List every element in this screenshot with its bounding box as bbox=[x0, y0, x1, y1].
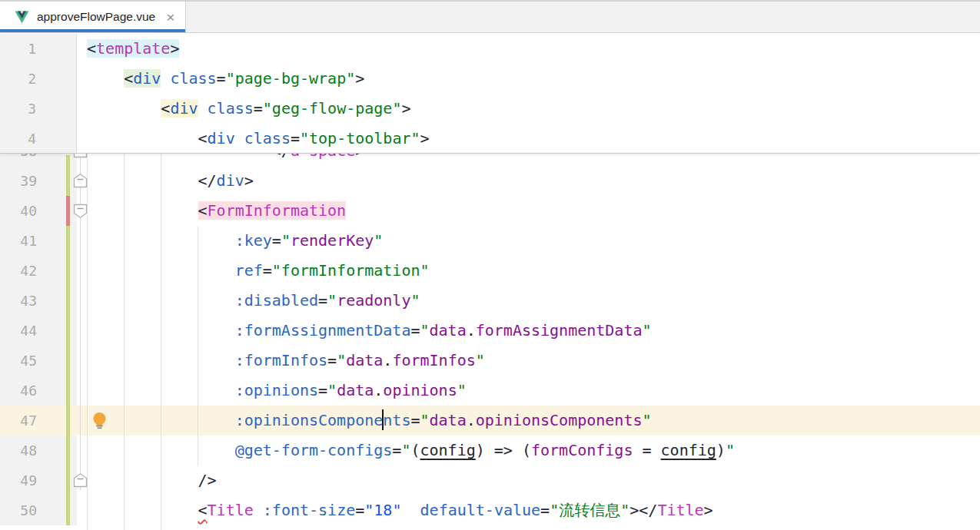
code-token: . bbox=[467, 321, 476, 340]
vcs-change-strip[interactable] bbox=[66, 155, 70, 525]
code-token: @get-form-configs bbox=[235, 441, 393, 459]
code-token: . bbox=[467, 411, 476, 429]
code-token: :key bbox=[235, 231, 272, 250]
code-token: div bbox=[217, 171, 244, 190]
code-token: ref bbox=[235, 261, 263, 280]
code-text[interactable]: :key="renderKey" bbox=[77, 226, 980, 256]
code-text[interactable]: <div class="geg-flow-page"> bbox=[77, 94, 980, 124]
line-number[interactable]: 50 bbox=[20, 502, 37, 518]
code-text[interactable]: :formInfos="data.formInfos" bbox=[77, 346, 980, 376]
line-number[interactable]: 44 bbox=[20, 323, 37, 339]
code-token: data bbox=[430, 321, 467, 340]
code-line-1: 1<template> bbox=[0, 34, 980, 64]
code-token: = bbox=[355, 501, 364, 519]
code-token: " bbox=[643, 411, 652, 429]
code-token: " bbox=[457, 381, 467, 399]
code-text[interactable]: <div class="top-toolbar"> bbox=[77, 124, 980, 154]
editor-tab-bar: approveFlowPage.vue × bbox=[0, 0, 980, 33]
line-number[interactable]: 1 bbox=[28, 41, 36, 57]
line-number[interactable]: 40 bbox=[20, 203, 37, 219]
gutter-cell: 41 bbox=[0, 226, 77, 256]
code-token: formInfos bbox=[392, 351, 475, 369]
gutter-cell: 1 bbox=[0, 34, 77, 64]
code-text[interactable]: <FormInformation bbox=[77, 196, 980, 226]
code-token: class bbox=[170, 69, 216, 88]
code-token: > bbox=[704, 501, 713, 519]
code-token bbox=[161, 69, 170, 88]
code-token: . bbox=[374, 381, 383, 399]
code-token: div bbox=[208, 129, 235, 147]
code-token: opinionsComponents bbox=[476, 411, 643, 429]
code-token: nts bbox=[383, 411, 410, 429]
code-token: = bbox=[318, 291, 327, 310]
fold-marker-end-icon[interactable] bbox=[72, 472, 88, 492]
line-number[interactable]: 41 bbox=[20, 233, 37, 249]
code-text[interactable]: <div class="page-bg-wrap"> bbox=[77, 64, 980, 94]
code-token: " bbox=[420, 411, 429, 429]
code-token: < bbox=[87, 39, 96, 58]
code-token: " bbox=[281, 231, 291, 250]
line-number[interactable]: 2 bbox=[28, 71, 36, 87]
line-number[interactable]: 49 bbox=[20, 472, 37, 489]
code-token: = bbox=[327, 351, 337, 369]
code-token: FormInformation bbox=[208, 201, 347, 220]
code-token: default-value bbox=[420, 501, 541, 519]
code-text[interactable]: ref="formInformation" bbox=[77, 256, 980, 286]
code-text[interactable]: /> bbox=[77, 465, 980, 495]
code-token: > bbox=[355, 69, 364, 88]
code-text[interactable]: @get-form-configs="(config) => (formConf… bbox=[77, 436, 980, 465]
intention-bulb-icon[interactable] bbox=[92, 412, 107, 432]
code-token: data bbox=[337, 381, 374, 399]
code-token: < bbox=[161, 99, 170, 118]
code-token: </ bbox=[198, 171, 217, 190]
code-token: " bbox=[401, 441, 410, 459]
code-text[interactable]: :disabled="readonly" bbox=[77, 286, 980, 316]
code-token: class bbox=[244, 129, 291, 147]
line-number[interactable]: 42 bbox=[20, 263, 37, 279]
code-line-47: 47 :opinionsComponents="data.opinionsCom… bbox=[0, 406, 980, 436]
code-token bbox=[198, 99, 208, 118]
fold-marker-end-icon[interactable] bbox=[72, 173, 88, 192]
editor-tab-approveflowpage[interactable]: approveFlowPage.vue × bbox=[0, 2, 186, 32]
code-token: " bbox=[410, 291, 420, 310]
sticky-lines-panel: 1<template>2 <div class="page-bg-wrap">3… bbox=[0, 33, 980, 154]
line-number[interactable]: 39 bbox=[20, 173, 37, 189]
code-text[interactable]: <Title :font-size="18" default-value="流转… bbox=[77, 495, 980, 525]
editor-area[interactable]: 38 </a-space>39 </div>40 <FormInformatio… bbox=[0, 33, 980, 530]
fold-marker-start-icon[interactable] bbox=[72, 203, 88, 222]
code-text[interactable]: :opinions="data.opinions" bbox=[77, 376, 980, 406]
code-token: renderKey bbox=[291, 231, 374, 250]
code-line-46: 46 :opinions="data.opinions" bbox=[0, 376, 980, 406]
code-line-2: 2 <div class="page-bg-wrap"> bbox=[0, 64, 980, 94]
code-text[interactable]: <template> bbox=[77, 34, 980, 64]
code-text[interactable]: </div> bbox=[77, 166, 980, 196]
line-number[interactable]: 47 bbox=[20, 412, 37, 429]
gutter-cell: 47 bbox=[0, 406, 77, 436]
line-number[interactable]: 46 bbox=[20, 383, 37, 399]
code-text[interactable]: :opinionsComponents="data.opinionsCompon… bbox=[77, 406, 980, 436]
code-text[interactable]: :formAssignmentData="data.formAssignment… bbox=[77, 316, 980, 346]
vcs-changed-segment[interactable] bbox=[66, 196, 70, 226]
code-token: ( bbox=[410, 441, 420, 459]
code-token: config bbox=[420, 441, 476, 459]
line-number[interactable]: 45 bbox=[20, 353, 37, 369]
code-token: :formInfos bbox=[235, 351, 327, 369]
code-token: div bbox=[170, 99, 198, 118]
code-token: = bbox=[633, 441, 660, 459]
gutter-cell: 3 bbox=[0, 94, 77, 124]
code-token bbox=[87, 501, 198, 519]
code-line-39: 39 </div> bbox=[0, 166, 980, 196]
code-token: " bbox=[643, 321, 652, 340]
line-number[interactable]: 3 bbox=[28, 101, 36, 117]
line-number[interactable]: 48 bbox=[20, 442, 37, 459]
code-token: opinions bbox=[383, 381, 457, 399]
code-token: :disabled bbox=[235, 291, 318, 310]
code-token: :opinions bbox=[235, 381, 318, 399]
code-token: > bbox=[401, 99, 410, 118]
code-token: > bbox=[170, 39, 179, 58]
line-number[interactable]: 4 bbox=[28, 131, 36, 147]
code-line-4: 4 <div class="top-toolbar"> bbox=[0, 124, 980, 154]
line-number[interactable]: 43 bbox=[20, 293, 37, 309]
code-token: config bbox=[661, 441, 716, 459]
tab-close-icon[interactable]: × bbox=[166, 10, 174, 25]
